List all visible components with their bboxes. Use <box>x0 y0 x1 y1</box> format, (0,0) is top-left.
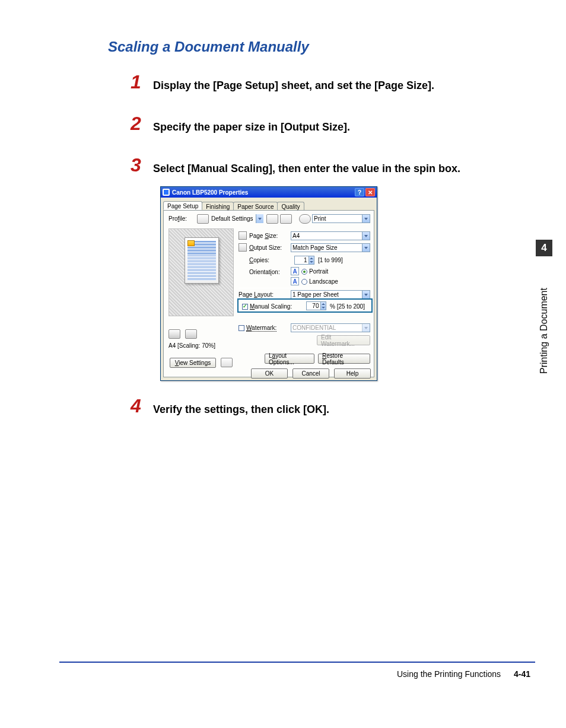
ok-button[interactable]: OK <box>251 368 288 379</box>
footer-text: Using the Printing Functions <box>397 669 501 679</box>
watermark-dropdown: CONFIDENTIAL <box>291 323 370 332</box>
step-text-1: Display the [Page Setup] sheet, and set … <box>153 80 519 92</box>
output-size-value: Match Page Size <box>292 244 338 251</box>
profile-value-text: Default Settings <box>211 215 253 222</box>
printer-icon <box>163 189 170 196</box>
tab-finishing[interactable]: Finishing <box>202 202 234 210</box>
chevron-down-icon <box>362 291 370 298</box>
chevron-down-icon <box>362 215 370 222</box>
step-number-4: 4 <box>131 395 141 417</box>
properties-dialog: Canon LBP5200 Properties ? ✕ Page Setup … <box>160 186 377 381</box>
manual-scaling-checkbox[interactable]: Manual Scaling: <box>242 303 292 310</box>
chevron-down-icon <box>362 232 370 240</box>
side-chapter-label: Printing a Document <box>536 261 552 374</box>
orientation-label: Orientation: <box>249 269 280 275</box>
profile-icon-2[interactable] <box>280 214 292 224</box>
copies-input[interactable] <box>295 256 309 264</box>
cancel-button[interactable]: Cancel <box>292 368 329 379</box>
copies-range: [1 to 999] <box>318 257 343 263</box>
tab-row: Page Setup Finishing Paper Source Qualit… <box>163 199 377 210</box>
step-number-3: 3 <box>131 154 141 176</box>
tab-paper-source[interactable]: Paper Source <box>233 202 278 210</box>
print-type-dropdown[interactable]: Print <box>312 214 370 223</box>
step-text-2: Specify the paper size in [Output Size]. <box>153 121 519 133</box>
page-size-dropdown[interactable]: A4 <box>291 231 370 240</box>
page-layout-value: 1 Page per Sheet <box>292 291 339 298</box>
profile-icon-1[interactable] <box>266 214 278 224</box>
page-size-value: A4 <box>292 233 300 239</box>
tab-panel: Profile: Default Settings Print <box>163 210 374 377</box>
profile-save-icon[interactable] <box>197 214 209 224</box>
output-size-dropdown[interactable]: Match Page Size <box>291 243 370 252</box>
output-size-field-icon <box>239 243 247 252</box>
landscape-radio[interactable]: Landscape <box>301 278 338 285</box>
edit-watermark-button: Edit Watermark... <box>317 335 370 345</box>
manual-scaling-spinner[interactable] <box>306 301 326 310</box>
preview-mode-icon-2[interactable] <box>185 329 197 339</box>
dialog-title: Canon LBP5200 Properties <box>172 189 248 196</box>
step-number-1: 1 <box>131 71 141 93</box>
page-layout-dropdown[interactable]: 1 Page per Sheet <box>291 290 370 299</box>
page-size-label: Page Size: <box>249 233 278 239</box>
manual-scaling-input[interactable] <box>307 302 320 310</box>
preview-caption: A4 [Scaling: 70%] <box>168 342 215 349</box>
spinner-down-icon[interactable] <box>321 306 326 310</box>
step-text-4: Verify the settings, then click [OK]. <box>153 403 519 416</box>
profile-dropdown-arrow[interactable] <box>256 214 263 223</box>
portrait-radio[interactable]: Portrait <box>301 268 328 275</box>
tab-quality[interactable]: Quality <box>277 202 304 210</box>
copies-spinner[interactable] <box>294 256 314 265</box>
chevron-down-icon <box>362 324 370 332</box>
watermark-value: CONFIDENTIAL <box>292 325 336 331</box>
page-layout-label: Page Layout: <box>239 291 274 298</box>
profile-label: Profile: <box>168 215 187 222</box>
page-size-field-icon <box>239 231 247 240</box>
footer-divider <box>59 662 535 663</box>
step-number-2: 2 <box>131 113 141 135</box>
preview-mode-icon-1[interactable] <box>168 329 180 339</box>
restore-defaults-button[interactable]: Restore Defaults <box>318 354 370 364</box>
side-chapter-tab: 4 <box>536 240 552 256</box>
footer-page-number: 4-41 <box>514 669 530 679</box>
copies-label: Copies: <box>249 257 269 263</box>
chevron-down-icon <box>362 244 370 252</box>
tab-page-setup[interactable]: Page Setup <box>163 201 202 210</box>
page-preview <box>168 228 234 316</box>
layout-options-button[interactable]: Layout Options... <box>265 354 314 364</box>
dialog-titlebar[interactable]: Canon LBP5200 Properties ? ✕ <box>161 187 377 198</box>
watermark-checkbox[interactable]: Watermark: <box>239 325 276 332</box>
step-text-3: Select [Manual Scaling], then enter the … <box>153 163 519 175</box>
print-type-icon <box>299 214 311 224</box>
page-footer: Using the Printing Functions 4-41 <box>397 669 530 679</box>
help-titlebar-button[interactable]: ? <box>355 188 364 196</box>
section-heading: Scaling a Document Manually <box>108 39 309 55</box>
output-size-label: Output Size: <box>249 244 282 251</box>
spinner-down-icon[interactable] <box>309 260 314 265</box>
print-type-value: Print <box>314 215 326 222</box>
view-settings-button[interactable]: View Settings <box>170 358 216 368</box>
help-button[interactable]: Help <box>334 368 371 379</box>
view-settings-icon[interactable] <box>221 358 233 367</box>
landscape-orientation-icon: A <box>291 277 299 285</box>
portrait-orientation-icon: A <box>291 267 299 275</box>
close-titlebar-button[interactable]: ✕ <box>365 188 375 196</box>
manual-scaling-range: % [25 to 200] <box>330 303 365 310</box>
